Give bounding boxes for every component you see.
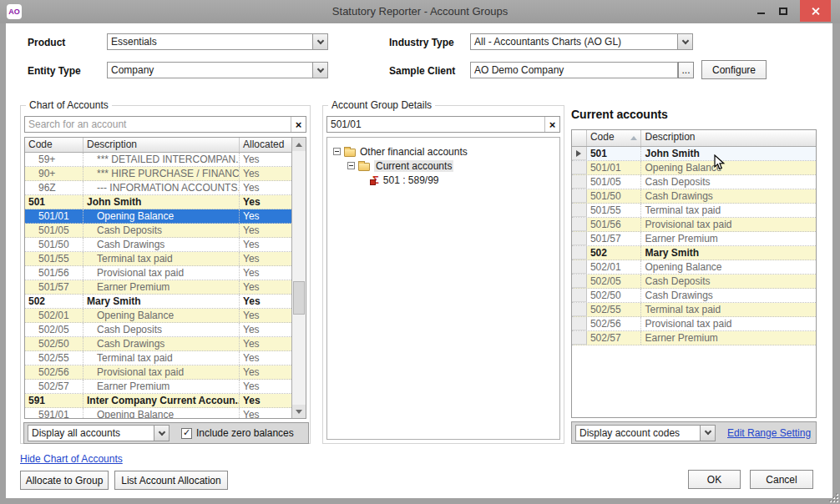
cancel-button[interactable]: Cancel (750, 470, 813, 489)
row-selector[interactable] (572, 260, 587, 274)
row-selector[interactable] (572, 289, 587, 302)
coa-table-row[interactable]: 501/56Provisional tax paidYes (25, 266, 291, 280)
chevron-down-icon[interactable] (312, 34, 327, 49)
current-accounts-table-row[interactable]: 502/01Opening Balance (572, 260, 816, 275)
coa-table-row[interactable]: 501/57Earner PremiumYes (25, 280, 291, 295)
row-selector[interactable] (572, 317, 587, 330)
coa-table-row[interactable]: 502/01Opening BalanceYes (25, 309, 291, 323)
close-button[interactable] (800, 0, 831, 22)
display-accounts-combo[interactable]: Display all accounts (28, 425, 170, 441)
ca-header-code[interactable]: Code (587, 130, 642, 146)
browse-button[interactable]: ... (678, 62, 694, 78)
current-accounts-table-row[interactable]: 502/56Provisional tax paid (572, 317, 816, 331)
coa-table-row[interactable]: 502/55Terminal tax paidYes (25, 351, 291, 365)
coa-table-row[interactable]: 96Z--- INFORMATION ACCOUNTS...Yes (25, 181, 291, 195)
display-account-codes-combo[interactable]: Display account codes (575, 425, 716, 441)
coa-table-row[interactable]: 501/55Terminal tax paidYes (25, 252, 291, 266)
tree-item[interactable]: Σ501 : 589/99 (327, 173, 559, 187)
current-accounts-table-row[interactable]: 501/05Cash Deposits (572, 175, 816, 189)
scrollbar-thumb[interactable] (293, 281, 305, 315)
list-account-allocation-button[interactable]: List Account Allocation (114, 471, 228, 490)
row-selector[interactable] (572, 161, 587, 174)
sample-client-input[interactable] (471, 63, 677, 78)
coa-table-row[interactable]: 591Inter Company Current Accoun...Yes (25, 394, 291, 408)
chevron-down-icon[interactable] (312, 63, 327, 78)
coa-table-row[interactable]: 502/05Cash DepositsYes (25, 323, 291, 337)
coa-table-row[interactable]: 501/50Cash DrawingsYes (25, 238, 291, 252)
industry-type-combo[interactable]: All - Accountants Charts (AO GL) (470, 33, 693, 50)
resize-grip[interactable] (827, 491, 837, 501)
group-filter-field[interactable]: × (326, 116, 560, 133)
coa-table-row[interactable]: 502/57Earner PremiumYes (25, 380, 291, 394)
cell-code: 501 (25, 195, 83, 209)
row-selector[interactable] (572, 275, 587, 288)
coa-table-row[interactable]: 501/05Cash DepositsYes (25, 224, 291, 238)
row-selector[interactable] (572, 147, 587, 160)
product-combo[interactable]: Essentials (107, 33, 328, 50)
title-bar[interactable]: AO Statutory Reporter - Account Groups (0, 0, 840, 23)
edit-range-setting-link[interactable]: Edit Range Setting (727, 427, 811, 439)
scroll-down-icon[interactable] (292, 405, 306, 418)
current-accounts-table-row[interactable]: 501/01Opening Balance (572, 161, 816, 175)
current-accounts-table-row[interactable]: 502/55Terminal tax paid (572, 303, 816, 317)
tree-item[interactable]: Other financial accounts (327, 144, 559, 159)
account-search-field[interactable]: × (24, 116, 306, 133)
current-accounts-table-row[interactable]: 501/55Terminal tax paid (572, 204, 816, 218)
cell-description: Opening Balance (83, 209, 240, 223)
coa-table-row[interactable]: 501John SmithYes (25, 195, 291, 209)
ca-header-description[interactable]: Description (641, 130, 816, 146)
current-accounts-table-row[interactable]: 501/50Cash Drawings (572, 189, 816, 204)
include-zero-balances-checkbox[interactable] (181, 428, 192, 439)
coa-table-row[interactable]: 59+*** DETAILED INTERCOMPAN...Yes (25, 153, 291, 167)
cell-description: *** DETAILED INTERCOMPAN... (83, 153, 240, 166)
row-selector[interactable] (572, 303, 587, 316)
current-accounts-table-row[interactable]: 502Mary Smith (572, 246, 816, 260)
row-selector[interactable] (572, 331, 587, 345)
row-selector[interactable] (572, 175, 587, 189)
coa-vertical-scrollbar[interactable] (291, 138, 306, 418)
current-accounts-table-row[interactable]: 502/57Earner Premium (572, 331, 816, 345)
current-accounts-table-row[interactable]: 502/50Cash Drawings (572, 289, 816, 303)
coa-table-row[interactable]: 90+*** HIRE PURCHASE / FINANC...Yes (25, 167, 291, 181)
account-search-input[interactable] (25, 117, 306, 132)
coa-header-code[interactable]: Code (25, 138, 83, 152)
sample-client-field[interactable] (470, 62, 678, 78)
hide-chart-of-accounts-link[interactable]: Hide Chart of Accounts (20, 453, 123, 465)
current-accounts-table-row[interactable]: 501/57Earner Premium (572, 232, 816, 246)
row-selector[interactable] (572, 189, 587, 203)
coa-table-row[interactable]: 502/50Cash DrawingsYes (25, 337, 291, 351)
coa-table-row[interactable]: 501/01Opening BalanceYes (25, 209, 291, 224)
cell-allocated: Yes (240, 394, 291, 407)
coa-table-row[interactable]: 502/56Provisional tax paidYes (25, 365, 291, 380)
chevron-down-icon[interactable] (700, 426, 715, 441)
chevron-down-icon[interactable] (677, 34, 692, 49)
clear-search-icon[interactable]: × (291, 117, 306, 132)
current-accounts-table-row[interactable]: 502/05Cash Deposits (572, 275, 816, 289)
minimize-button[interactable] (751, 0, 770, 22)
coa-table-row[interactable]: 591/01Opening BalanceYes (25, 408, 291, 418)
tree-item[interactable]: Current accounts (327, 159, 559, 173)
clear-filter-icon[interactable]: × (544, 117, 559, 132)
row-selector[interactable] (572, 232, 587, 245)
maximize-button[interactable] (773, 0, 793, 22)
chevron-down-icon[interactable] (154, 426, 169, 441)
row-selector[interactable] (572, 204, 587, 217)
current-accounts-table-row[interactable]: 501/56Provisional tax paid (572, 218, 816, 232)
collapse-icon[interactable] (333, 148, 341, 155)
current-accounts-table-row[interactable]: 501John Smith (572, 147, 816, 161)
coa-header-allocated[interactable]: Allocated (240, 138, 291, 152)
coa-table-row[interactable]: 502Mary SmithYes (25, 295, 291, 309)
row-selector[interactable] (572, 218, 587, 231)
scroll-up-icon[interactable] (292, 138, 306, 151)
group-filter-input[interactable] (327, 117, 559, 132)
entity-type-combo[interactable]: Company (107, 62, 328, 78)
coa-header-description[interactable]: Description (83, 138, 240, 152)
collapse-icon[interactable] (347, 162, 355, 169)
row-selector[interactable] (572, 246, 587, 260)
allocate-to-group-button[interactable]: Allocate to Group (20, 471, 109, 490)
configure-button[interactable]: Configure (701, 60, 767, 79)
cell-code: 502/05 (25, 323, 83, 336)
ok-button[interactable]: OK (688, 470, 741, 489)
account-group-tree: Other financial accountsCurrent accounts… (326, 137, 560, 440)
current-accounts-table-body: 501John Smith501/01Opening Balance501/05… (572, 147, 816, 345)
